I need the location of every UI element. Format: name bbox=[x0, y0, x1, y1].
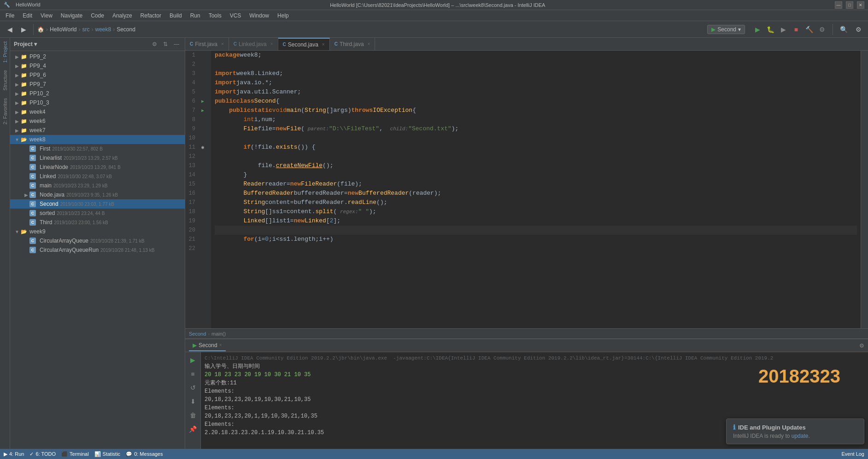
breadcrumb-class[interactable]: Second bbox=[189, 331, 206, 337]
left-tab-structure[interactable]: Structure bbox=[0, 66, 10, 94]
menu-build[interactable]: Build bbox=[166, 12, 186, 20]
tab-third-java[interactable]: C Third.java × bbox=[330, 38, 375, 50]
list-item[interactable]: C Linearlist 2019/10/23 13:29, 2.57 kB bbox=[10, 153, 185, 163]
tab-linked-close[interactable]: × bbox=[270, 41, 273, 46]
breadcrumb-src[interactable]: src bbox=[82, 26, 89, 33]
list-item[interactable]: ▶ 📁 PP9_6 bbox=[10, 70, 185, 80]
tab-second-java[interactable]: C Second.java × bbox=[278, 38, 330, 50]
run-tab-close[interactable]: × bbox=[219, 343, 222, 348]
menu-vcs[interactable]: VCS bbox=[226, 12, 245, 20]
tree-arrow: ▶ bbox=[14, 91, 20, 96]
tab-third-close[interactable]: × bbox=[368, 41, 370, 46]
run-tab-second[interactable]: ▶ Second × bbox=[189, 340, 226, 351]
window-controls[interactable]: — □ ✕ bbox=[835, 1, 864, 9]
list-item[interactable]: C Linked 2019/10/30 22:48, 3.07 kB bbox=[10, 172, 185, 181]
run-stop-button[interactable]: ■ bbox=[187, 368, 199, 380]
event-log-item[interactable]: Event Log bbox=[841, 451, 864, 457]
project-expand-button[interactable]: ⇅ bbox=[161, 40, 170, 49]
breadcrumb-week8[interactable]: week8 bbox=[95, 26, 111, 33]
run-config-dropdown-icon[interactable]: ▾ bbox=[738, 26, 741, 33]
minimize-button[interactable]: — bbox=[835, 1, 842, 9]
list-item[interactable]: ▶ 📁 PP9_2 bbox=[10, 52, 185, 61]
list-item[interactable]: ▶ 📁 week4 bbox=[10, 107, 185, 116]
list-item[interactable]: ▼ 📂 week9 bbox=[10, 227, 185, 236]
close-button[interactable]: ✕ bbox=[857, 1, 864, 9]
code-editor[interactable]: 1 2 3 4 5 bbox=[185, 51, 868, 328]
menu-navigate[interactable]: Navigate bbox=[57, 12, 86, 20]
todo-status-item[interactable]: ✓ 6: TODO bbox=[29, 451, 56, 457]
java-file-icon: C bbox=[29, 164, 36, 170]
tab-first-close[interactable]: × bbox=[221, 41, 224, 46]
line-num-row: 5 bbox=[185, 87, 211, 97]
run-clear-button[interactable]: 🗑 bbox=[187, 409, 199, 421]
menu-tools[interactable]: Tools bbox=[205, 12, 225, 20]
tab-linked-java[interactable]: C Linked.java × bbox=[229, 38, 278, 50]
breadcrumb-second[interactable]: Second bbox=[117, 26, 135, 33]
run-rerun-button[interactable]: ↺ bbox=[187, 382, 199, 394]
menu-run[interactable]: Run bbox=[187, 12, 204, 20]
notification-link[interactable]: update. bbox=[792, 433, 810, 439]
left-tab-favorites[interactable]: 2: Favorites bbox=[0, 94, 10, 128]
run-with-coverage-button[interactable]: ▶ bbox=[777, 23, 789, 35]
menu-analyze[interactable]: Analyze bbox=[109, 12, 136, 20]
run-status-icon: ▶ bbox=[4, 451, 7, 457]
menu-view[interactable]: View bbox=[37, 12, 56, 20]
list-item[interactable]: ▶ 📁 PP9_7 bbox=[10, 80, 185, 89]
search-everywhere-button[interactable]: 🔍 bbox=[838, 23, 850, 35]
list-item[interactable]: C Third 2019/10/23 23:00, 1.56 kB bbox=[10, 218, 185, 227]
menu-file[interactable]: File bbox=[2, 12, 18, 20]
code-content[interactable]: package week8; import week8.Linked; impo… bbox=[211, 51, 861, 328]
list-item[interactable]: C main 2019/10/23 23:29, 1.29 kB bbox=[10, 181, 185, 190]
list-item[interactable]: C CircularArrayQueueRun 2019/10/28 21:48… bbox=[10, 245, 185, 255]
project-settings-button[interactable]: ⚙ bbox=[150, 40, 159, 49]
breadcrumb-home[interactable]: 🏠 bbox=[37, 26, 44, 33]
list-item[interactable]: C CircularArrayQueue 2019/10/28 21:39, 1… bbox=[10, 236, 185, 245]
maximize-button[interactable]: □ bbox=[846, 1, 853, 9]
terminal-status-item[interactable]: ⬛ Terminal bbox=[61, 451, 89, 457]
forward-button[interactable]: ▶ bbox=[18, 23, 29, 35]
run-settings-button[interactable]: ⚙ bbox=[859, 343, 864, 349]
list-item[interactable]: ▼ 📂 week8 bbox=[10, 135, 185, 144]
debug-button[interactable]: 🐛 bbox=[764, 23, 776, 35]
project-panel: Project ▾ ⚙ ⇅ — ▶ 📁 PP9_2 ▶ 📁 PP9_4 ▶ 📁 … bbox=[10, 38, 185, 449]
menu-window[interactable]: Window bbox=[246, 12, 273, 20]
settings-run-button[interactable]: ⚙ bbox=[816, 23, 828, 35]
list-item[interactable]: C LinearNode 2019/10/23 13:29, 841 B bbox=[10, 163, 185, 172]
menu-help[interactable]: Help bbox=[274, 12, 293, 20]
run-config-selector[interactable]: ▶ Second ▾ bbox=[707, 25, 745, 34]
stop-button[interactable]: ■ bbox=[790, 23, 802, 35]
menu-code[interactable]: Code bbox=[87, 12, 108, 20]
notification-body: IntelliJ IDEA is ready to update. bbox=[733, 433, 857, 439]
tab-second-close[interactable]: × bbox=[322, 42, 325, 47]
run-gutter-icon[interactable]: ▶ bbox=[199, 108, 206, 113]
list-item[interactable]: ▶ 📁 PP9_4 bbox=[10, 61, 185, 70]
event-log-label: Event Log bbox=[841, 451, 864, 457]
run-scroll-end-button[interactable]: ⬇ bbox=[187, 395, 199, 407]
list-item[interactable]: C First 2019/10/30 22:57, 802 B bbox=[10, 144, 185, 153]
left-tab-project[interactable]: 1: Project bbox=[0, 38, 10, 66]
run-button[interactable]: ▶ bbox=[751, 23, 763, 35]
menu-edit[interactable]: Edit bbox=[19, 12, 36, 20]
list-item[interactable]: ▶ C Node.java 2019/10/23 9:35, 1.26 kB bbox=[10, 190, 185, 199]
run-gutter-icon[interactable]: ▶ bbox=[199, 99, 206, 104]
settings-button[interactable]: ⚙ bbox=[852, 23, 864, 35]
back-button[interactable]: ◀ bbox=[4, 23, 16, 35]
breadcrumb-project[interactable]: HelloWorld bbox=[50, 26, 76, 33]
list-item[interactable]: ▶ 📁 PP10_2 bbox=[10, 89, 185, 98]
project-collapse-button[interactable]: — bbox=[172, 40, 181, 49]
tab-first-java[interactable]: C First.java × bbox=[185, 38, 229, 50]
run-status-item[interactable]: ▶ 4: Run bbox=[4, 451, 24, 457]
run-again-button[interactable]: ▶ bbox=[187, 354, 199, 366]
list-item[interactable]: C Second 2019/10/30 23:03, 1.77 kB bbox=[10, 199, 185, 209]
messages-status-item[interactable]: 💬 0: Messages bbox=[126, 451, 163, 457]
build-button[interactable]: 🔨 bbox=[803, 23, 815, 35]
list-item[interactable]: ▶ 📁 week6 bbox=[10, 116, 185, 126]
statistic-status-item[interactable]: 📊 Statistic bbox=[94, 451, 121, 457]
run-pin-button[interactable]: 📌 bbox=[187, 423, 199, 435]
list-item[interactable]: ▶ 📁 PP10_3 bbox=[10, 98, 185, 107]
tab-third-label: Third.java bbox=[340, 41, 364, 47]
list-item[interactable]: C sorted 2019/10/23 23:24, 44 B bbox=[10, 209, 185, 218]
list-item[interactable]: ▶ 📁 week7 bbox=[10, 126, 185, 135]
breadcrumb-method[interactable]: main() bbox=[211, 331, 226, 337]
menu-refactor[interactable]: Refactor bbox=[137, 12, 165, 20]
